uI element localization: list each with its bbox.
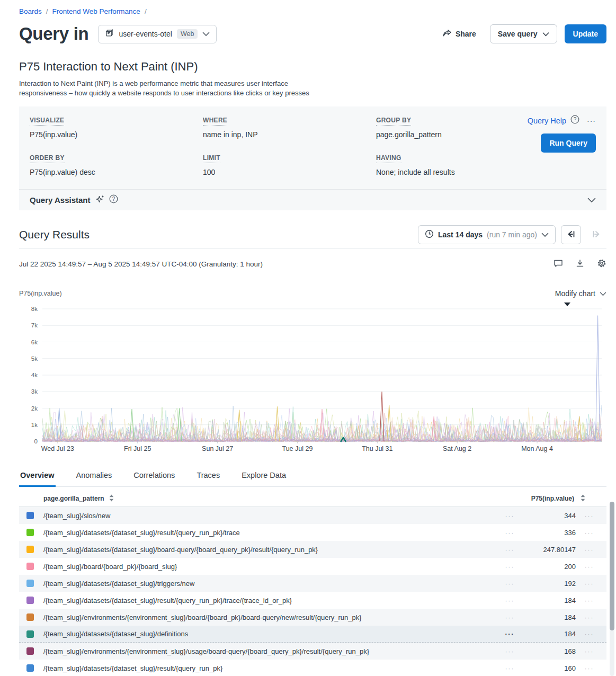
series-color-swatch[interactable] <box>26 512 34 519</box>
breadcrumb-board-link[interactable]: Frontend Web Performance <box>52 7 140 15</box>
series-color-swatch[interactable] <box>26 580 34 587</box>
row-actions-menu[interactable]: ··· <box>576 647 606 655</box>
limit-value[interactable]: 100 <box>203 168 376 176</box>
sort-icon[interactable] <box>581 494 585 503</box>
table-row[interactable]: /{team_slug}/datasets/{dataset_slug}/res… <box>19 592 606 609</box>
row-actions-menu[interactable]: ··· <box>576 546 606 554</box>
sort-icon[interactable] <box>109 494 114 503</box>
scrollbar-thumb[interactable] <box>610 502 614 630</box>
scrollbar-track[interactable] <box>610 502 614 676</box>
series-color-swatch[interactable] <box>26 630 34 638</box>
series-color-swatch[interactable] <box>26 597 34 604</box>
where-field[interactable]: WHERE name in inp, INP <box>203 115 376 139</box>
row-overflow-menu[interactable]: ··· <box>496 647 514 655</box>
table-row[interactable]: /{team_slug}/datasets/{dataset_slug}/boa… <box>19 541 606 558</box>
comment-icon <box>553 259 563 269</box>
tab-anomalies[interactable]: Anomalies <box>75 468 113 487</box>
table-row[interactable]: /{team_slug}/datasets/{dataset_slug}/def… <box>19 626 606 643</box>
order-by-value[interactable]: P75(inp.value) desc <box>30 168 203 176</box>
group-by-field[interactable]: GROUP BY page.gorilla_pattern <box>376 115 516 139</box>
tab-explore-data[interactable]: Explore Data <box>240 468 287 487</box>
row-actions-menu[interactable]: ··· <box>576 630 606 638</box>
settings-button[interactable] <box>597 259 606 270</box>
download-button[interactable] <box>576 259 584 269</box>
help-circle-icon[interactable]: ? <box>570 115 579 126</box>
series-color-swatch[interactable] <box>26 664 34 672</box>
help-circle-icon[interactable]: ? <box>109 194 118 206</box>
row-actions-menu[interactable]: ··· <box>576 597 606 604</box>
row-value: 184 <box>514 630 576 638</box>
time-range-label: Last 14 days <box>438 230 483 239</box>
where-value[interactable]: name in inp, INP <box>203 130 376 139</box>
series-color-swatch[interactable] <box>26 546 34 553</box>
column-header-pattern[interactable]: page.gorilla_pattern <box>43 494 114 503</box>
row-overflow-menu[interactable]: ··· <box>496 512 514 520</box>
breadcrumb-separator: / <box>145 7 147 15</box>
row-overflow-menu[interactable]: ··· <box>496 529 514 537</box>
row-value: 160 <box>514 664 576 672</box>
query-help-link[interactable]: Query Help <box>528 117 566 125</box>
breadcrumb-boards-link[interactable]: Boards <box>19 7 42 15</box>
row-overflow-menu[interactable]: ··· <box>496 630 514 638</box>
row-actions-menu[interactable]: ··· <box>576 664 606 672</box>
dataset-package-icon <box>105 29 114 40</box>
query-assistant-bar[interactable]: Query Assistant ? <box>19 189 606 210</box>
having-field[interactable]: HAVING None; include all results <box>376 153 516 176</box>
row-overflow-menu[interactable]: ··· <box>496 546 514 554</box>
visualize-value[interactable]: P75(inp.value) <box>30 130 203 139</box>
row-overflow-menu[interactable]: ··· <box>496 597 514 604</box>
column-header-value[interactable]: P75(inp.value) <box>531 494 606 503</box>
limit-field[interactable]: LIMIT 100 <box>203 153 376 176</box>
svg-text:8k: 8k <box>31 306 38 312</box>
share-button[interactable]: Share <box>443 29 476 39</box>
time-range-dropdown[interactable]: Last 14 days (run 7 min ago) <box>418 225 556 244</box>
assistant-icons: ? <box>95 194 118 206</box>
having-value[interactable]: None; include all results <box>376 168 516 176</box>
tab-overview[interactable]: Overview <box>19 468 56 487</box>
results-chart[interactable]: 01k2k3k4k5k6k7k8kWed Jul 23Fri Jul 25Sun… <box>19 306 606 453</box>
order-by-field[interactable]: ORDER BY P75(inp.value) desc <box>30 153 203 176</box>
row-actions-menu[interactable]: ··· <box>576 580 606 588</box>
row-overflow-menu[interactable]: ··· <box>496 664 514 672</box>
row-value: 192 <box>514 580 576 588</box>
row-actions-menu[interactable]: ··· <box>576 529 606 537</box>
tab-correlations[interactable]: Correlations <box>132 468 176 487</box>
group-by-value[interactable]: page.gorilla_pattern <box>376 130 516 139</box>
row-pattern-text: /{team_slug}/environments/{environment_s… <box>43 613 362 621</box>
history-back-button[interactable] <box>561 225 581 244</box>
results-table-header: page.gorilla_pattern P75(inp.value) <box>19 491 606 507</box>
builder-overflow-menu[interactable]: ··· <box>587 117 596 125</box>
row-overflow-menu[interactable]: ··· <box>496 613 514 621</box>
table-row[interactable]: /{team_slug}/environments/{environment_s… <box>19 643 606 660</box>
table-row[interactable]: /{team_slug}/slos/new···344··· <box>19 507 606 524</box>
series-color-swatch[interactable] <box>26 613 34 621</box>
assistant-expand-chevron-icon[interactable] <box>587 198 596 203</box>
table-row[interactable]: /{team_slug}/datasets/{dataset_slug}/res… <box>19 524 606 541</box>
run-query-button[interactable]: Run Query <box>541 134 596 153</box>
visualize-field[interactable]: VISUALIZE P75(inp.value) <box>30 115 203 139</box>
series-color-swatch[interactable] <box>26 647 34 655</box>
row-pattern-text: /{team_slug}/slos/new <box>43 512 110 520</box>
table-row[interactable]: /{team_slug}/environments/{environment_s… <box>19 609 606 626</box>
save-query-button[interactable]: Save query <box>490 24 557 43</box>
dataset-selector[interactable]: user-events-otel Web <box>98 25 217 43</box>
row-pattern-text: /{team_slug}/datasets/{dataset_slug}/boa… <box>43 546 318 554</box>
update-button[interactable]: Update <box>565 24 606 43</box>
row-overflow-menu[interactable]: ··· <box>496 563 514 571</box>
series-color-swatch[interactable] <box>26 529 34 536</box>
chart-resize-handle[interactable] <box>564 303 570 306</box>
row-actions-menu[interactable]: ··· <box>576 563 606 571</box>
results-table-body: /{team_slug}/slos/new···344···/{team_slu… <box>19 507 606 676</box>
history-forward-button[interactable] <box>586 225 606 244</box>
table-row[interactable]: /{team_slug}/board/{board_pk}/{board_slu… <box>19 558 606 575</box>
row-actions-menu[interactable]: ··· <box>576 613 606 621</box>
query-builder-side: Query Help ? ··· Run Query <box>516 115 596 176</box>
row-overflow-menu[interactable]: ··· <box>496 580 514 588</box>
tab-traces[interactable]: Traces <box>195 468 221 487</box>
series-color-swatch[interactable] <box>26 563 34 570</box>
comment-button[interactable] <box>553 259 563 269</box>
table-row[interactable]: /{team_slug}/datasets/{dataset_slug}/res… <box>19 660 606 676</box>
modify-chart-dropdown[interactable]: Modify chart <box>555 289 606 298</box>
table-row[interactable]: /{team_slug}/datasets/{dataset_slug}/tri… <box>19 575 606 592</box>
row-actions-menu[interactable]: ··· <box>576 512 606 520</box>
